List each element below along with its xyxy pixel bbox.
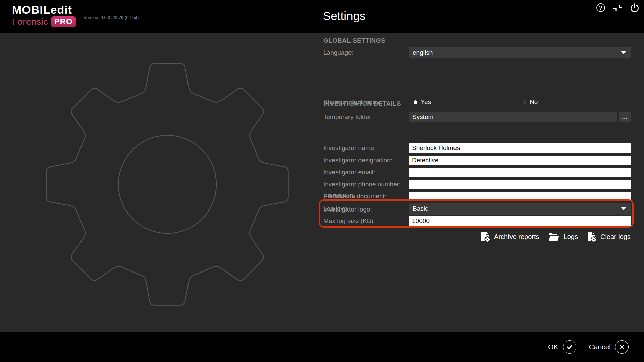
language-row: Language: english [323, 47, 631, 58]
log-level-dropdown[interactable]: Basic [409, 203, 631, 214]
investigator-name-row: Investigator name: [323, 143, 631, 153]
version-text: Version: 9.0.0.23279 (64-bit) [84, 15, 139, 20]
cancel-label: Cancel [589, 343, 611, 351]
investigator-designation-row: Investigator designation: [323, 156, 631, 165]
investigator-phone-label: Investigator phone number: [323, 181, 409, 188]
document-gear-icon [480, 231, 490, 242]
temp-folder-field[interactable]: System [409, 112, 617, 122]
ok-label: OK [548, 343, 558, 351]
logo-forensic: Forensic [12, 17, 48, 27]
page-title: Settings [323, 9, 365, 23]
logging-highlight-box: Log level: Basic Max log size (KB): [319, 199, 634, 228]
radio-dot [414, 100, 417, 104]
svg-text:?: ? [599, 5, 602, 11]
language-label: Language: [323, 49, 409, 56]
investigator-name-label: Investigator name: [323, 144, 409, 152]
archive-reports-label: Archive reports [494, 233, 539, 241]
check-circle-icon [563, 340, 576, 354]
logo-mobiledit: MOBILedit [12, 4, 76, 15]
investigator-phone-input[interactable] [409, 180, 631, 189]
ok-button[interactable]: OK [548, 340, 576, 354]
investigator-designation-label: Investigator designation: [323, 157, 409, 164]
max-log-size-input[interactable] [409, 216, 631, 226]
footer-bar: OK Cancel [0, 332, 644, 362]
temp-folder-browse-button[interactable]: ... [619, 112, 631, 122]
logs-button[interactable]: Logs [548, 232, 578, 242]
chevron-down-icon [621, 207, 626, 210]
radio-no[interactable]: No [523, 98, 538, 106]
radio-yes-label: Yes [421, 98, 431, 106]
max-log-size-label: Max log size (KB): [323, 217, 409, 225]
investigator-name-input[interactable] [409, 143, 631, 153]
investigator-email-label: Investigator email: [323, 169, 409, 176]
investigator-phone-row: Investigator phone number: [323, 180, 631, 189]
app-header: MOBILedit Forensic PRO Version: 9.0.0.23… [0, 0, 644, 33]
clear-logs-label: Clear logs [600, 233, 631, 241]
log-level-row: Log level: Basic [323, 203, 631, 214]
radio-dot [523, 100, 526, 104]
temp-folder-label: Temporary folder: [323, 113, 409, 121]
collapse-window-icon[interactable] [613, 4, 622, 12]
power-icon[interactable] [630, 3, 639, 12]
settings-panel: GLOBAL SETTINGS Language: english Show p… [323, 33, 631, 332]
radio-no-label: No [530, 98, 538, 106]
chevron-down-icon [621, 51, 626, 54]
investigator-designation-input[interactable] [409, 156, 631, 165]
gear-outline-icon [0, 33, 309, 332]
logging-actions: Archive reports Logs [480, 231, 631, 242]
x-circle-icon [615, 340, 629, 354]
clear-logs-button[interactable]: Clear logs [587, 231, 631, 242]
folder-icon [548, 232, 560, 242]
log-level-value: Basic [413, 205, 428, 213]
logo-pro-badge: PRO [51, 16, 76, 27]
language-value: english [413, 49, 433, 56]
temp-folder-value: System [412, 113, 433, 121]
max-log-size-row: Max log size (KB): [323, 216, 631, 226]
section-global-settings: GLOBAL SETTINGS [323, 37, 385, 44]
document-gear-icon [587, 231, 597, 242]
section-logging: LOGGING [323, 193, 354, 200]
temp-folder-row: Temporary folder: System ... [323, 112, 631, 122]
radio-yes[interactable]: Yes [414, 98, 431, 106]
logs-label: Logs [564, 233, 578, 241]
help-icon[interactable]: ? [596, 3, 605, 12]
section-investigator-details: INVESTIGATOR DETAILS [323, 100, 401, 107]
investigator-email-input[interactable] [409, 168, 631, 177]
investigator-email-row: Investigator email: [323, 168, 631, 177]
cancel-button[interactable]: Cancel [589, 340, 629, 354]
app-logo: MOBILedit Forensic PRO [12, 4, 76, 27]
log-level-label: Log level: [323, 205, 409, 213]
archive-reports-button[interactable]: Archive reports [480, 231, 539, 242]
language-dropdown[interactable]: english [409, 47, 631, 58]
